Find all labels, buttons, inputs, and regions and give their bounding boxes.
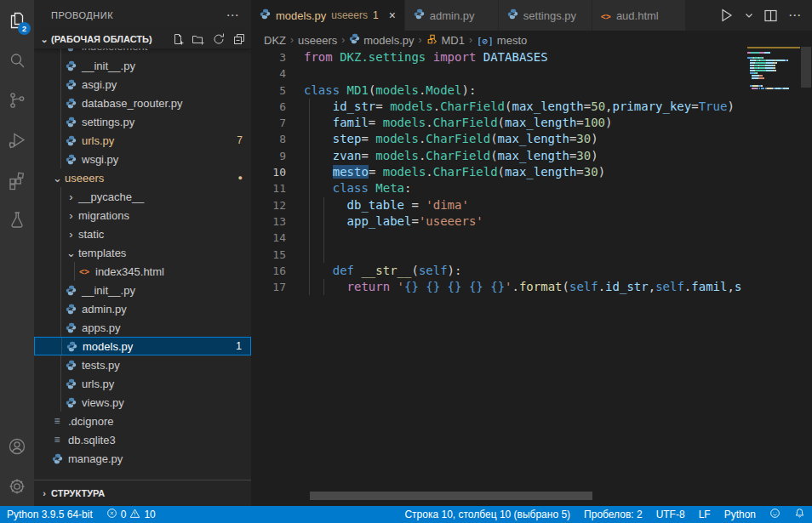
eol-status[interactable]: LF xyxy=(692,506,718,523)
settings-gear-icon[interactable] xyxy=(0,466,34,506)
code-line-4[interactable]: 4 xyxy=(251,65,747,82)
tab-label: settings.py xyxy=(523,9,576,22)
encoding-status[interactable]: UTF-8 xyxy=(649,506,692,523)
code-line-15[interactable]: 15 xyxy=(251,247,747,263)
tree-item-db.sqlite3[interactable]: ≡db.sqlite3 xyxy=(34,430,251,449)
indent-guide xyxy=(61,338,62,355)
tree-item-manage.py[interactable]: manage.py xyxy=(34,449,251,468)
line-content: class MD1(models.Model): xyxy=(304,82,747,99)
indent-guide xyxy=(60,299,61,318)
python-interpreter-status[interactable]: Python 3.9.5 64-bit xyxy=(0,506,100,523)
code-line-16[interactable]: 16 def __str__(self): xyxy=(251,263,747,279)
tree-folder-useeers[interactable]: ⌄useeers● xyxy=(34,168,251,187)
code-token: __str__ xyxy=(361,264,411,277)
vertical-scrollbar-thumb[interactable] xyxy=(801,47,811,88)
breadcrumb-item-useeers[interactable]: useeers xyxy=(298,34,337,47)
tree-folder-migrations[interactable]: ›migrations xyxy=(34,206,251,225)
code-token: = xyxy=(375,99,390,113)
code-token: app_label xyxy=(304,214,411,228)
indentation-status[interactable]: Пробелов: 2 xyxy=(577,506,649,523)
language-mode-status[interactable]: Python xyxy=(718,506,763,523)
code-line-10[interactable]: 10 mesto= models.CharField(max_length=30… xyxy=(251,164,747,180)
breadcrumb-item-models.py[interactable]: models.py xyxy=(349,33,414,47)
run-dropdown-icon[interactable] xyxy=(745,11,753,20)
tab-admin.py[interactable]: admin.py xyxy=(405,0,499,31)
minimap-line xyxy=(747,62,800,64)
code-token: CharField xyxy=(433,165,498,179)
code-line-3[interactable]: 3from DKZ.settings import DATABASES xyxy=(251,49,747,65)
problems-status[interactable]: 0 10 xyxy=(100,506,163,523)
code-token: = xyxy=(576,165,583,179)
code-line-17[interactable]: 17 return '{} {} {} {} {}'.format(self.i… xyxy=(251,279,747,295)
tree-item-__init__.py[interactable]: __init__.py xyxy=(34,56,251,75)
split-editor-icon[interactable] xyxy=(763,9,778,23)
tree-item-tests.py[interactable]: tests.py xyxy=(34,355,251,374)
tab-aud.html[interactable]: <>aud.html xyxy=(592,0,686,31)
line-number: 12 xyxy=(251,197,304,213)
tree-item-models.py[interactable]: models.py1 xyxy=(34,337,251,355)
outline-section-header[interactable]: › СТРУКТУРА xyxy=(34,480,251,506)
testing-icon[interactable] xyxy=(0,200,34,240)
more-actions-icon[interactable]: ⋯ xyxy=(788,8,802,23)
horizontal-scrollbar[interactable] xyxy=(251,492,747,500)
tree-item-asgi.py[interactable]: asgi.py xyxy=(34,75,251,94)
tree-item-urls.py[interactable]: urls.py xyxy=(34,374,251,393)
tree-item-wsgi.py[interactable]: wsgi.py xyxy=(34,150,251,168)
new-folder-icon[interactable] xyxy=(192,32,205,46)
tree-folder-static[interactable]: ›static xyxy=(34,225,251,243)
horizontal-scrollbar-thumb[interactable] xyxy=(310,492,592,500)
close-icon[interactable]: × xyxy=(389,9,396,21)
run-debug-icon[interactable] xyxy=(0,120,34,160)
indent-guide xyxy=(309,197,310,213)
tree-item-admin.py[interactable]: admin.py xyxy=(34,299,251,318)
breadcrumb-item-mesto[interactable]: [⊘]mesto xyxy=(477,34,527,47)
breadcrumb-item-MD1[interactable]: MD1 xyxy=(426,33,465,48)
tree-item-views.py[interactable]: views.py xyxy=(34,393,251,412)
tree-item-index345.html[interactable]: <>index345.html xyxy=(34,262,251,281)
code-line-8[interactable]: 8 step= models.CharField(max_length=30) xyxy=(251,131,747,147)
tree-item-__init__.py[interactable]: __init__.py xyxy=(34,281,251,299)
breadcrumb-item-DKZ[interactable]: DKZ xyxy=(264,34,286,47)
extensions-icon[interactable] xyxy=(0,160,34,200)
code-token: . xyxy=(433,99,440,113)
cursor-position-status[interactable]: Строка 10, столбец 10 (выбрано 5) xyxy=(397,506,577,523)
notifications-button[interactable] xyxy=(787,506,812,523)
tab-models.py[interactable]: models.pyuseeers1× xyxy=(251,0,405,31)
explorer-icon[interactable]: 2 xyxy=(0,0,34,40)
code-line-14[interactable]: 14 xyxy=(251,230,747,246)
code-line-9[interactable]: 9 zvan= models.CharField(max_length=30) xyxy=(251,148,747,164)
source-control-icon[interactable] xyxy=(0,80,34,120)
more-actions-icon[interactable]: ⋯ xyxy=(223,8,243,23)
tree-folder-templates[interactable]: ⌄templates xyxy=(34,243,251,262)
run-icon[interactable] xyxy=(718,7,735,24)
new-file-icon[interactable] xyxy=(171,32,185,46)
vertical-scrollbar[interactable] xyxy=(800,31,812,506)
code-line-11[interactable]: 11 class Meta: xyxy=(251,180,747,196)
tree-item-indexelement[interactable]: indexelement xyxy=(34,48,251,56)
code-line-12[interactable]: 12 db_table = 'dima' xyxy=(251,197,747,213)
tree-item-.dcignore[interactable]: ≡.dcignore xyxy=(34,412,251,430)
code-line-6[interactable]: 6 id_str= models.CharField(max_length=50… xyxy=(251,99,747,115)
tree-item-settings.py[interactable]: settings.py xyxy=(34,112,251,131)
python-icon xyxy=(64,135,77,146)
collapse-all-icon[interactable] xyxy=(232,32,246,46)
tree-item-apps.py[interactable]: apps.py xyxy=(34,318,251,337)
code-line-5[interactable]: 5class MD1(models.Model): xyxy=(251,82,747,99)
minimap-line xyxy=(747,47,800,48)
code-token: format xyxy=(519,280,563,293)
minimap[interactable] xyxy=(747,47,800,90)
code-line-7[interactable]: 7 famil= models.CharField(max_length=100… xyxy=(251,115,747,131)
tree-item-database_roouter.py[interactable]: database_roouter.py xyxy=(34,94,251,112)
feedback-button[interactable] xyxy=(763,506,787,523)
tab-settings.py[interactable]: settings.py xyxy=(499,0,592,31)
tree-item-urls.py[interactable]: urls.py7 xyxy=(34,131,251,150)
minimap-line xyxy=(747,82,800,84)
code-editor[interactable]: 3from DKZ.settings import DATABASES45cla… xyxy=(251,49,747,480)
workspace-section-header[interactable]: ⌄ (РАБОЧАЯ ОБЛАСТЬ) ... xyxy=(34,30,251,48)
tree-folder-__pycache__[interactable]: ›__pycache__ xyxy=(34,187,251,206)
refresh-icon[interactable] xyxy=(212,32,226,46)
account-icon[interactable] xyxy=(0,426,34,466)
indent-guide xyxy=(60,355,61,374)
search-icon[interactable] xyxy=(0,40,34,80)
code-line-13[interactable]: 13 app_label='useeers' xyxy=(251,213,747,230)
